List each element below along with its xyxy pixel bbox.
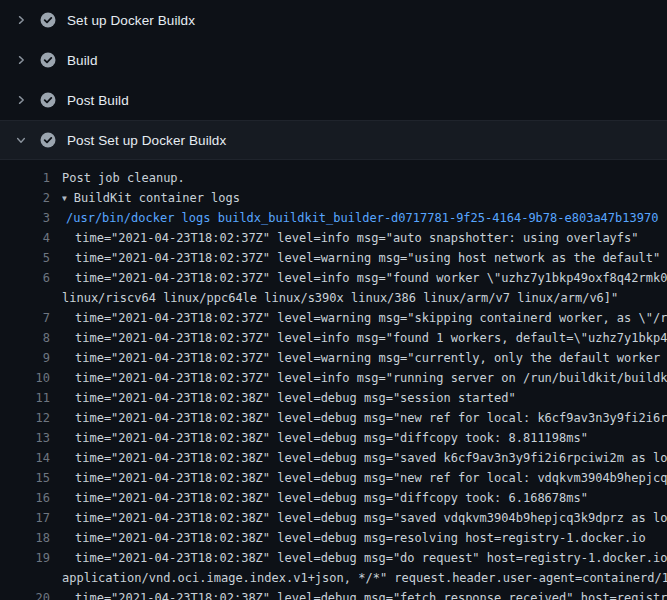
- step-title: Post Set up Docker Buildx: [67, 133, 226, 148]
- log-line: 12 time="2021-04-23T18:02:38Z" level=deb…: [0, 408, 667, 428]
- expand-triangle-icon[interactable]: ▼: [62, 189, 67, 208]
- check-circle-icon: [40, 52, 56, 68]
- log-line: 16 time="2021-04-23T18:02:38Z" level=deb…: [0, 488, 667, 508]
- line-content: time="2021-04-23T18:02:37Z" level=warnin…: [62, 308, 667, 328]
- log-line: 20 time="2021-04-23T18:02:38Z" level=deb…: [0, 588, 667, 600]
- line-number[interactable]: 14: [0, 448, 62, 468]
- line-content: time="2021-04-23T18:02:37Z" level=info m…: [62, 228, 667, 248]
- line-content: time="2021-04-23T18:02:38Z" level=debug …: [62, 448, 667, 468]
- group-title[interactable]: BuildKit container logs: [74, 191, 240, 205]
- step-section-header[interactable]: Set up Docker Buildx: [0, 0, 667, 40]
- line-number[interactable]: 12: [0, 408, 62, 428]
- line-content: time="2021-04-23T18:02:37Z" level=info m…: [62, 368, 667, 388]
- line-number[interactable]: 19: [0, 548, 62, 568]
- line-number[interactable]: 7: [0, 308, 62, 328]
- line-content: time="2021-04-23T18:02:37Z" level=warnin…: [62, 348, 667, 368]
- log-line: 17 time="2021-04-23T18:02:38Z" level=deb…: [0, 508, 667, 528]
- log-line: linux/riscv64 linux/ppc64le linux/s390x …: [0, 288, 667, 308]
- line-number[interactable]: 16: [0, 488, 62, 508]
- line-number[interactable]: 3: [0, 208, 62, 228]
- line-number[interactable]: 8: [0, 328, 62, 348]
- log-line: 4 time="2021-04-23T18:02:37Z" level=info…: [0, 228, 667, 248]
- line-content: time="2021-04-23T18:02:38Z" level=debug …: [62, 468, 667, 488]
- line-content: /usr/bin/docker logs buildx_buildkit_bui…: [62, 208, 667, 228]
- line-content: linux/riscv64 linux/ppc64le linux/s390x …: [62, 288, 667, 308]
- actions-log-panel: Set up Docker Buildx Build Post Buil: [0, 0, 667, 600]
- chevron-icon[interactable]: [14, 93, 28, 107]
- chevron-icon[interactable]: [14, 53, 28, 67]
- line-content: time="2021-04-23T18:02:38Z" level=debug …: [62, 408, 667, 428]
- line-content: time="2021-04-23T18:02:38Z" level=debug …: [62, 388, 667, 408]
- line-number[interactable]: 6: [0, 268, 62, 288]
- log-line: 7 time="2021-04-23T18:02:37Z" level=warn…: [0, 308, 667, 328]
- line-number[interactable]: 2: [0, 188, 62, 208]
- check-circle-icon: [40, 12, 56, 28]
- line-number[interactable]: [0, 568, 62, 588]
- line-number[interactable]: [0, 288, 62, 308]
- line-content: time="2021-04-23T18:02:37Z" level=warnin…: [62, 248, 667, 268]
- line-content: time="2021-04-23T18:02:38Z" level=debug …: [62, 508, 667, 528]
- line-number[interactable]: 11: [0, 388, 62, 408]
- log-area: 1 Post job cleanup. 2 ▼BuildKit containe…: [0, 160, 667, 600]
- step-title: Build: [67, 53, 98, 68]
- line-content: time="2021-04-23T18:02:37Z" level=info m…: [62, 268, 667, 288]
- line-number[interactable]: 20: [0, 588, 62, 600]
- line-number[interactable]: 1: [0, 168, 62, 188]
- log-line: 8 time="2021-04-23T18:02:37Z" level=info…: [0, 328, 667, 348]
- line-number[interactable]: 17: [0, 508, 62, 528]
- line-content: time="2021-04-23T18:02:38Z" level=debug …: [62, 588, 667, 600]
- line-content: time="2021-04-23T18:02:38Z" level=debug …: [62, 488, 667, 508]
- line-content: time="2021-04-23T18:02:38Z" level=debug …: [62, 428, 667, 448]
- chevron-icon[interactable]: [14, 13, 28, 27]
- step-section-header[interactable]: Post Set up Docker Buildx: [0, 120, 667, 160]
- log-line: 11 time="2021-04-23T18:02:38Z" level=deb…: [0, 388, 667, 408]
- line-content: time="2021-04-23T18:02:37Z" level=info m…: [62, 328, 667, 348]
- line-number[interactable]: 18: [0, 528, 62, 548]
- check-circle-icon: [40, 92, 56, 108]
- step-section-header[interactable]: Build: [0, 40, 667, 80]
- line-content: application/vnd.oci.image.index.v1+json,…: [62, 568, 667, 588]
- log-line: 6 time="2021-04-23T18:02:37Z" level=info…: [0, 268, 667, 288]
- line-number[interactable]: 4: [0, 228, 62, 248]
- check-circle-icon: [40, 132, 56, 148]
- step-title: Set up Docker Buildx: [67, 13, 195, 28]
- line-content: Post job cleanup.: [62, 168, 667, 188]
- step-section-header[interactable]: Post Build: [0, 80, 667, 120]
- log-line: 15 time="2021-04-23T18:02:38Z" level=deb…: [0, 468, 667, 488]
- line-content: ▼BuildKit container logs: [62, 188, 667, 208]
- log-line: 2 ▼BuildKit container logs: [0, 188, 667, 208]
- log-line: 10 time="2021-04-23T18:02:37Z" level=inf…: [0, 368, 667, 388]
- line-number[interactable]: 15: [0, 468, 62, 488]
- line-number[interactable]: 10: [0, 368, 62, 388]
- line-number[interactable]: 13: [0, 428, 62, 448]
- line-content: time="2021-04-23T18:02:38Z" level=debug …: [62, 548, 667, 568]
- log-line: 1 Post job cleanup.: [0, 168, 667, 188]
- step-title: Post Build: [67, 93, 129, 108]
- line-number[interactable]: 9: [0, 348, 62, 368]
- log-line: 3 /usr/bin/docker logs buildx_buildkit_b…: [0, 208, 667, 228]
- log-line: 18 time="2021-04-23T18:02:38Z" level=deb…: [0, 528, 667, 548]
- chevron-icon[interactable]: [14, 133, 28, 147]
- log-line: 5 time="2021-04-23T18:02:37Z" level=warn…: [0, 248, 667, 268]
- log-line: 9 time="2021-04-23T18:02:37Z" level=warn…: [0, 348, 667, 368]
- log-line: 13 time="2021-04-23T18:02:38Z" level=deb…: [0, 428, 667, 448]
- log-line: 19 time="2021-04-23T18:02:38Z" level=deb…: [0, 548, 667, 568]
- log-line: application/vnd.oci.image.index.v1+json,…: [0, 568, 667, 588]
- line-content: time="2021-04-23T18:02:38Z" level=debug …: [62, 528, 667, 548]
- line-number[interactable]: 5: [0, 248, 62, 268]
- log-line: 14 time="2021-04-23T18:02:38Z" level=deb…: [0, 448, 667, 468]
